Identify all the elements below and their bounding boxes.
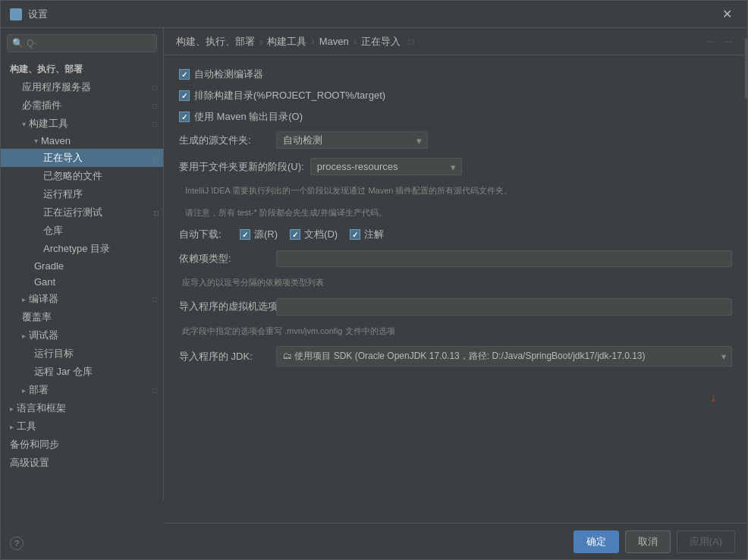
sidebar-item-label: 调试器 [29, 329, 58, 342]
sidebar-item-run-target[interactable]: 运行目标 [1, 344, 163, 363]
source-dir-label: 生成的源文件夹: [179, 134, 270, 147]
breadcrumb-part2: 构建工具 [267, 35, 306, 49]
sidebar-item-running-tests[interactable]: 正在运行测试 □ [1, 203, 163, 222]
sidebar-item-gradle[interactable]: Gradle [1, 258, 163, 274]
window-title: 设置 [28, 8, 716, 21]
main-content: 🔍 构建、执行、部署 应用程序服务器 必需插件 ▾ 构建工具 [1, 28, 747, 559]
sidebar-wrapper: 🔍 构建、执行、部署 应用程序服务器 必需插件 ▾ 构建工具 [1, 28, 164, 559]
checkmark: ✓ [242, 231, 248, 239]
apply-button[interactable]: 应用(A) [677, 530, 735, 553]
search-box[interactable]: 🔍 [7, 34, 157, 52]
sidebar-item-remote-jar[interactable]: 远程 Jar 仓库 [1, 363, 163, 381]
sidebar-item-app-server[interactable]: 应用程序服务器 [1, 78, 163, 96]
right-panel: 构建、执行、部署 › 构建工具 › Maven › 正在导入 □ ← → [164, 28, 747, 559]
checkbox-maven-output[interactable]: ✓ [179, 112, 190, 122]
breadcrumb-bar: 构建、执行、部署 › 构建工具 › Maven › 正在导入 □ ← → [164, 28, 747, 55]
expand-icon: ▸ [22, 386, 26, 395]
option-maven-output-label: 使用 Maven 输出目录(O) [194, 110, 303, 124]
dep-type-input[interactable]: jar, test-jar, maven-plugin, ejb, ejb-cl… [276, 250, 732, 267]
jdk-select-wrapper: 🗂 使用项目 SDK (Oracle OpenJDK 17.0.13，路径: D… [276, 346, 732, 367]
phase-row: 要用于文件夹更新的阶段(U): process-resources [179, 158, 732, 175]
phase-select[interactable]: process-resources [310, 158, 462, 175]
option-exclude-build: ✓ 排除构建目录(%PROJECT_ROOT%/target) [179, 89, 732, 102]
sidebar-item-coverage[interactable]: 覆盖率 [1, 308, 163, 326]
sidebar-item-archetype[interactable]: Archetype 目录 [1, 240, 163, 258]
title-bar: 设置 ✕ [1, 1, 747, 28]
ok-button[interactable]: 确定 [574, 530, 619, 553]
checkbox-docs[interactable]: ✓ [290, 229, 300, 240]
download-annotations[interactable]: ✓ 注解 [350, 228, 384, 241]
jdk-select[interactable]: 🗂 使用项目 SDK (Oracle OpenJDK 17.0.13，路径: D… [276, 346, 732, 367]
download-docs-label: 文档(D) [304, 228, 338, 241]
checkbox-auto-detect[interactable]: ✓ [179, 69, 190, 80]
option-exclude-build-label: 排除构建目录(%PROJECT_ROOT%/target) [194, 89, 385, 102]
section-label-build: 构建、执行、部署 [1, 58, 163, 78]
sidebar-item-compiler[interactable]: ▸ 编译器 [1, 290, 163, 308]
breadcrumb-sep3: › [354, 36, 357, 47]
download-docs[interactable]: ✓ 文档(D) [290, 228, 338, 241]
sidebar-item-label: 备份和同步 [10, 438, 59, 451]
auto-download-label: 自动下载: [179, 228, 232, 241]
vm-options-label: 导入程序的虚拟机选项: [179, 300, 270, 313]
download-checkbox-group: ✓ 源(R) ✓ 文档(D) [240, 228, 384, 241]
sidebar-item-deploy[interactable]: ▸ 部署 [1, 381, 163, 399]
sidebar-item-backup-sync[interactable]: 备份和同步 [1, 436, 163, 454]
vm-options-row: 导入程序的虚拟机选项: [179, 298, 732, 316]
jdk-select-value: 🗂 使用项目 SDK (Oracle OpenJDK 17.0.13，路径: D… [283, 350, 695, 363]
phase-select-wrapper: process-resources [310, 158, 462, 175]
download-sources[interactable]: ✓ 源(R) [240, 228, 278, 241]
search-input[interactable] [27, 38, 152, 49]
sidebar-item-build-tools[interactable]: ▾ 构建工具 [1, 115, 163, 133]
sidebar-item-repo[interactable]: 仓库 [1, 222, 163, 240]
sidebar-item-debugger[interactable]: ▸ 调试器 [1, 326, 163, 344]
panel-body: ✓ 自动检测编译器 ✓ 排除构建目录(%PROJECT_ROOT%/target… [164, 55, 747, 523]
option-auto-detect: ✓ 自动检测编译器 [179, 68, 732, 81]
source-dir-select[interactable]: 自动检测 [276, 131, 428, 149]
checkbox-exclude-build[interactable]: ✓ [179, 90, 190, 101]
nav-arrows: ← → [705, 35, 735, 49]
sidebar-item-label: Maven [41, 135, 71, 146]
vm-options-hint: 此字段中指定的选项会重写 .mvn/jvm.config 文件中的选项 [179, 325, 732, 338]
option-maven-output: ✓ 使用 Maven 输出目录(O) [179, 110, 732, 124]
sidebar-item-label: 应用程序服务器 [22, 80, 91, 94]
sidebar-item-runner[interactable]: 运行程序 [1, 185, 163, 203]
checkbox-sources[interactable]: ✓ [240, 229, 250, 240]
checkmark: ✓ [181, 71, 187, 79]
dep-type-row: 依赖项类型: jar, test-jar, maven-plugin, ejb,… [179, 250, 732, 267]
sidebar-item-advanced[interactable]: 高级设置 [1, 454, 163, 472]
checkbox-annotations[interactable]: ✓ [350, 229, 360, 240]
sidebar-item-importing[interactable]: 正在导入 □ [1, 149, 163, 167]
close-button[interactable]: ✕ [716, 4, 738, 24]
sidebar-item-label: Gradle [34, 260, 64, 272]
sidebar-item-label: 覆盖率 [22, 310, 52, 324]
breadcrumb-part3: Maven [319, 36, 349, 47]
sidebar-item-label: 工具 [17, 420, 36, 433]
nav-back[interactable]: ← [705, 35, 717, 49]
expand-icon: ▸ [22, 332, 26, 340]
jdk-row: 导入程序的 JDK: 🗂 使用项目 SDK (Oracle OpenJDK 17… [179, 346, 732, 367]
vm-options-input[interactable] [276, 298, 732, 316]
nav-forward[interactable]: → [723, 35, 735, 49]
source-dir-row: 生成的源文件夹: 自动检测 [179, 131, 732, 149]
breadcrumb-sep2: › [311, 36, 314, 47]
app-icon [10, 8, 22, 20]
sidebar-item-label: 部署 [29, 383, 49, 397]
sidebar-item-label: 远程 Jar 仓库 [34, 365, 93, 379]
sidebar-item-ignored-files[interactable]: 已忽略的文件 [1, 167, 163, 185]
sidebar-item-label: 正在导入 [43, 151, 83, 165]
cancel-button[interactable]: 取消 [625, 530, 671, 553]
sidebar-item-tools[interactable]: ▸ 工具 [1, 417, 163, 436]
breadcrumb-part1: 构建、执行、部署 [176, 35, 255, 49]
sidebar-item-label: 必需插件 [22, 99, 61, 112]
sidebar-item-required-plugins[interactable]: 必需插件 [1, 96, 163, 115]
checkmark: ✓ [352, 231, 358, 239]
search-icon: 🔍 [12, 38, 24, 49]
sidebar-item-lang-framework[interactable]: ▸ 语言和框架 [1, 399, 163, 417]
download-annotations-label: 注解 [364, 228, 384, 241]
checkmark: ✓ [181, 92, 187, 100]
breadcrumb: 构建、执行、部署 › 构建工具 › Maven › 正在导入 □ [176, 35, 413, 49]
sidebar-item-gant[interactable]: Gant [1, 274, 163, 290]
sidebar-item-maven[interactable]: ▾ Maven [1, 133, 163, 149]
red-annotation-arrow: ↓ [710, 389, 717, 405]
sidebar-item-label: 运行程序 [43, 187, 83, 201]
